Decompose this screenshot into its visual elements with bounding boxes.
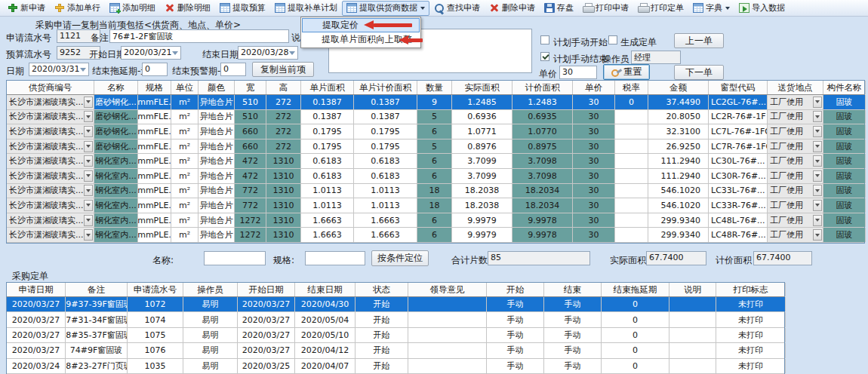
operator-field[interactable]: 经理: [631, 51, 681, 64]
next-order-button[interactable]: 下一单: [674, 65, 724, 80]
toolbar-button-11[interactable]: 打印申请: [578, 1, 633, 16]
table-row[interactable]: 2020/03/2774#9F窗固玻1076易明2020/03/272020/0…: [7, 343, 784, 358]
dropdown-arrow-icon[interactable]: [813, 155, 822, 167]
copy-current-button[interactable]: 复制当前项: [252, 62, 314, 77]
table-row[interactable]: 2020/03/2787#31-34F窗固玻1074易明2020/03/2720…: [7, 312, 784, 327]
column-header[interactable]: 规格: [138, 81, 171, 94]
column-header[interactable]: 开始日期: [238, 283, 295, 296]
column-header[interactable]: 单片计价面积: [354, 81, 417, 94]
column-header[interactable]: 计价面积: [512, 81, 573, 94]
dropdown-arrow-icon[interactable]: [84, 126, 93, 137]
dropdown-arrow-icon[interactable]: [84, 229, 93, 241]
column-header[interactable]: 操作员: [183, 283, 238, 296]
column-header[interactable]: 备注: [66, 283, 128, 296]
column-header[interactable]: 颜色: [199, 81, 235, 94]
table-row[interactable]: 长沙市潇湘玻璃实...钢化室内...6mmPLE...m²异地合片7721310…: [7, 198, 864, 213]
locate-by-condition-button[interactable]: 按条件定位: [371, 250, 429, 266]
generate-order-checkbox[interactable]: [608, 35, 617, 44]
dropdown-arrow-icon[interactable]: [84, 170, 93, 182]
column-header[interactable]: 申请流水号: [128, 283, 183, 296]
unit-price-input[interactable]: 30: [559, 66, 597, 79]
end-date-select[interactable]: 2020/03/28: [238, 46, 298, 60]
column-header[interactable]: 税率: [615, 81, 648, 94]
table-row[interactable]: 2020/03/2789#37-39F窗固玻1072易明2020/03/2720…: [7, 297, 784, 312]
column-header[interactable]: 开始: [487, 283, 544, 296]
table-row[interactable]: 长沙市潇湘玻璃实...磨砂钢化...6mmFLE...m²异地合片5102720…: [7, 110, 864, 125]
toolbar-button-9[interactable]: 删除申请: [485, 1, 540, 16]
table-row[interactable]: 长沙市潇湘玻璃实...钢化室内...6mmPLE...m²异地合片1272131…: [7, 228, 864, 243]
previous-order-button[interactable]: 上一单: [674, 33, 724, 48]
toolbar-button-8[interactable]: 查找申请: [429, 1, 485, 16]
toolbar-button-10[interactable]: 存盘: [540, 1, 578, 16]
date-select[interactable]: 2020/03/31: [29, 63, 89, 76]
toolbar-button-4[interactable]: 删除明细: [160, 1, 215, 16]
dropdown-arrow-icon[interactable]: [84, 97, 93, 108]
column-header[interactable]: 宽: [235, 81, 266, 94]
column-header[interactable]: 供货商编号: [7, 81, 94, 94]
toolbar-button-2[interactable]: 添加单行: [50, 1, 105, 16]
toolbar-button-1[interactable]: 新申请: [3, 1, 50, 16]
filter-spec-input[interactable]: [305, 251, 365, 265]
end-delay-input[interactable]: 0: [142, 63, 168, 76]
dropdown-arrow-icon[interactable]: [84, 111, 93, 122]
toolbar-button-3[interactable]: 添加明细: [105, 1, 160, 16]
column-header[interactable]: 打印标志: [716, 283, 786, 296]
toolbar-button-5[interactable]: 提取预算: [215, 1, 270, 16]
table-row[interactable]: 2020/03/2788#35-37F窗固玻1075易明2020/03/2720…: [7, 328, 784, 343]
column-header[interactable]: 结束: [544, 283, 602, 296]
column-header[interactable]: 数量: [417, 81, 452, 94]
column-header[interactable]: 名称: [94, 81, 138, 94]
dropdown-arrow-icon[interactable]: [84, 215, 93, 226]
column-header[interactable]: 高: [266, 81, 301, 94]
dropdown-arrow-icon[interactable]: [813, 200, 822, 211]
toolbar-button-7[interactable]: 提取供货商数据: [342, 1, 429, 16]
column-header[interactable]: 金额: [648, 81, 709, 94]
end-warn-input[interactable]: 0: [220, 63, 246, 76]
column-header[interactable]: 构件名称: [823, 81, 866, 94]
remark-input[interactable]: 76#1-2F窗固玻: [109, 29, 289, 43]
table-row[interactable]: 长沙市潇湘玻璃实...磨砂钢化...6mmFLE...m²异地合片5102720…: [7, 95, 864, 110]
column-header[interactable]: 状态: [356, 283, 408, 296]
column-header[interactable]: 申请日期: [7, 283, 66, 296]
dropdown-arrow-icon[interactable]: [813, 185, 822, 196]
chevron-down-icon[interactable]: [725, 7, 730, 10]
start-date-select[interactable]: 2020/03/21: [121, 46, 181, 60]
toolbar-button-13[interactable]: 字典: [688, 1, 734, 16]
column-header[interactable]: 单片面积: [301, 81, 354, 94]
dropdown-arrow-icon[interactable]: [813, 141, 822, 152]
column-header[interactable]: 说明: [669, 283, 716, 296]
column-header[interactable]: 窗型代码: [709, 81, 768, 94]
dropdown-arrow-icon[interactable]: [813, 170, 822, 182]
dropdown-arrow-icon[interactable]: [813, 111, 822, 122]
filter-name-input[interactable]: [204, 251, 266, 265]
table-row[interactable]: 长沙市潇湘玻璃实...钢化室内...6mmPLE...m²异地合片7721310…: [7, 184, 864, 199]
dropdown-arrow-icon[interactable]: [84, 185, 93, 196]
chevron-down-icon[interactable]: [420, 7, 425, 10]
table-row[interactable]: 长沙市潇湘玻璃实...磨砂钢化...6mmFLE...m²异地合片6602720…: [7, 139, 864, 155]
column-header[interactable]: 单位: [171, 81, 199, 94]
dropdown-arrow-icon[interactable]: [813, 97, 822, 108]
toolbar-button-14[interactable]: 导入数据: [734, 1, 790, 16]
column-header[interactable]: 实际面积: [452, 81, 512, 94]
dropdown-arrow-icon[interactable]: [84, 141, 93, 152]
column-header[interactable]: 送货地点: [768, 81, 823, 94]
manual-start-checkbox[interactable]: [540, 35, 549, 44]
dropdown-arrow-icon[interactable]: [84, 155, 93, 167]
toolbar-button-6[interactable]: 提取补单计划: [270, 1, 342, 16]
toolbar-button-12[interactable]: 打印定单: [633, 1, 688, 16]
dropdown-arrow-icon[interactable]: [813, 215, 822, 226]
table-row[interactable]: 长沙市潇湘玻璃实...磨砂钢化...6mmFLE...m²异地合片6602720…: [7, 124, 864, 139]
column-header[interactable]: 单价: [573, 81, 615, 94]
dropdown-arrow-icon[interactable]: [813, 229, 822, 241]
table-row[interactable]: 长沙市潇湘玻璃实...钢化室内...6mmPLE...m²异地合片4721310…: [7, 169, 864, 184]
manual-end-checkbox[interactable]: [540, 52, 549, 61]
column-header[interactable]: 结束拖延期: [602, 283, 669, 296]
table-row[interactable]: 2020/03/2488#23-27F门页玻1035易明2020/03/2520…: [7, 359, 784, 374]
dropdown-arrow-icon[interactable]: [813, 126, 822, 137]
table-row[interactable]: 长沙市潇湘玻璃实...钢化室内...6mmPLE...m²异地合片1272131…: [7, 213, 864, 228]
column-header[interactable]: 结束日期: [295, 283, 356, 296]
table-row[interactable]: 长沙市潇湘玻璃实...钢化室内...6mmPLE...m²异地合片4721310…: [7, 154, 864, 169]
reset-button[interactable]: 重置: [603, 64, 650, 80]
column-header[interactable]: 领导意见: [408, 283, 487, 296]
dropdown-arrow-icon[interactable]: [84, 200, 93, 211]
